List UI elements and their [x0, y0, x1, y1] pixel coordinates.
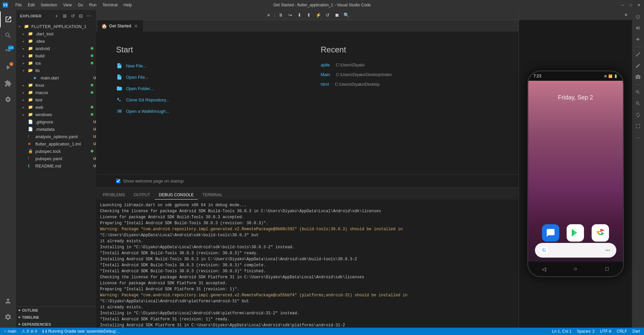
refresh-btn[interactable]: ↺ [69, 13, 76, 19]
tab-get-started[interactable]: 🏠 Get Started ✕ [97, 20, 143, 32]
restart-btn[interactable]: ↺ [324, 11, 332, 19]
volume-up-icon[interactable] [633, 23, 643, 33]
menu-help[interactable]: Help [121, 2, 135, 8]
tab-close-btn[interactable]: ✕ [133, 23, 139, 29]
dependencies-section[interactable]: ▸ DEPENDENCIES [16, 321, 96, 328]
new-folder-btn[interactable]: ⊞ [61, 13, 68, 19]
run-debug-activity-icon[interactable]: 1 [0, 59, 16, 75]
new-file-link[interactable]: New File... [116, 61, 294, 70]
tree-readme[interactable]: ℹ README.md U [16, 162, 96, 170]
tree-gitignore[interactable]: 📄 .gitignore U [16, 118, 96, 125]
more-options-btn[interactable]: ⋯ [85, 13, 92, 19]
back-btn[interactable]: ◁ [539, 264, 549, 274]
collapse-all-btn[interactable]: ⊟ [77, 13, 84, 19]
open-walkthrough-link[interactable]: Open a Walkthrough... [116, 106, 294, 116]
menu-edit[interactable]: Edit [25, 2, 37, 8]
rotate-icon[interactable] [633, 109, 643, 120]
tab-problems[interactable]: PROBLEMS [99, 191, 129, 200]
play-store-app-icon[interactable] [567, 224, 584, 242]
tab-output[interactable]: OUTPUT [130, 191, 154, 200]
more-options-icon[interactable]: ⋯ [633, 132, 643, 143]
tree-pubspec-lock[interactable]: 🔒 pubspec.lock [16, 147, 96, 155]
search-debug-btn[interactable]: 🔍 [342, 11, 350, 19]
menu-terminal[interactable]: Terminal [100, 2, 120, 8]
encoding-status[interactable]: UTF-8 [599, 328, 613, 335]
tree-item-label: flutter_application_1.iml [35, 141, 93, 146]
tree-lib[interactable]: ▾ 📂 lib [16, 67, 96, 74]
tab-terminal[interactable]: TERMINAL [198, 191, 227, 200]
source-control-activity-icon[interactable]: 126 [0, 43, 16, 59]
tree-ios[interactable]: ▸ 📁 ios [16, 59, 96, 67]
project-root[interactable]: ▾ 📁 FLUTTER_APPLICATION_1 [16, 23, 96, 30]
open-file-link[interactable]: Open File... [116, 72, 294, 82]
google-search-bar[interactable]: G [535, 243, 616, 258]
tab-debug-console[interactable]: DEBUG CONSOLE [155, 191, 198, 200]
menu-selection[interactable]: Selection [38, 2, 60, 8]
menu-go[interactable]: Go [75, 2, 86, 8]
volume-down-icon[interactable] [633, 34, 643, 45]
minimize-button[interactable]: ─ [620, 2, 625, 8]
recents-btn[interactable]: □ [602, 264, 612, 274]
eol-status[interactable]: CRLF [615, 328, 628, 335]
close-button[interactable]: ✕ [636, 2, 641, 8]
power-icon[interactable] [633, 11, 643, 22]
recent-main[interactable]: Main C:\Users\Diyako\Desktop\Index [321, 71, 499, 78]
square-frame-icon[interactable] [633, 121, 643, 131]
indentation-status[interactable]: Spaces: 2 [576, 328, 596, 335]
android-device: 7:23 ⚙ 📶 🔋 Friday, Sep 2 [527, 70, 624, 277]
step-out-btn[interactable]: ⚡ [314, 11, 322, 19]
tree-build[interactable]: ▸ 📁 build [16, 52, 96, 59]
stop-btn[interactable]: ⏹ [333, 11, 341, 19]
explorer-activity-icon[interactable] [0, 11, 16, 27]
errors-warnings-status[interactable]: ⚠ 0 ⊘ 0 [20, 328, 38, 335]
step-into-btn[interactable]: ⬆ [305, 11, 313, 19]
camera-icon[interactable] [633, 72, 643, 82]
menu-run[interactable]: Run [86, 2, 99, 8]
pen-icon[interactable] [633, 60, 643, 71]
language-status[interactable]: Dart [631, 328, 641, 335]
show-welcome-checkbox[interactable] [116, 179, 120, 183]
tree-test[interactable]: ▸ 📁 test [16, 96, 96, 103]
hamburger-btn[interactable]: ≡ [264, 11, 272, 19]
tree-macos[interactable]: ▸ 📁 macos [16, 89, 96, 96]
open-folder-link[interactable]: Open Folder... [116, 84, 294, 93]
recent-aplle[interactable]: aplle C:\Users\Diyako [321, 61, 499, 69]
tree-main-dart[interactable]: ◈ main.dart U [16, 74, 96, 81]
tree-android[interactable]: ▸ 📁 android [16, 45, 96, 52]
tree-idea[interactable]: ▸ 📁 .idea [16, 37, 96, 45]
new-file-btn[interactable]: + [53, 13, 60, 19]
search-activity-icon[interactable] [0, 27, 16, 43]
tree-dart-tool[interactable]: ▸ 📁 .dart_tool [16, 30, 96, 37]
testing-activity-icon[interactable] [0, 91, 16, 107]
menu-view[interactable]: View [60, 2, 74, 8]
zoom-in-icon[interactable] [633, 87, 643, 97]
tree-iml[interactable]: ■ flutter_application_1.iml U [16, 140, 96, 147]
tree-analysis-options[interactable]: ! analysis_options.yaml U [16, 133, 96, 140]
maximize-button[interactable]: □ [628, 2, 633, 8]
accounts-activity-icon[interactable] [0, 293, 16, 309]
pause-btn[interactable]: ⏸ [277, 11, 285, 19]
google-g-icon: G [540, 246, 548, 254]
recent-html[interactable]: html C:\Users\Diyako\Desktop [321, 80, 499, 88]
home-btn[interactable]: ○ [570, 264, 581, 274]
menu-file[interactable]: File [13, 2, 24, 8]
tree-pubspec-yaml[interactable]: ! pubspec.yaml U [16, 155, 96, 162]
paint-brush-icon[interactable] [633, 49, 643, 60]
extensions-activity-icon[interactable] [0, 75, 16, 91]
device-panel-close-btn[interactable]: ✕ [623, 12, 629, 18]
tree-web[interactable]: ▸ 📁 web [16, 103, 96, 111]
cursor-position-status[interactable]: Ln 1, Col 1 [551, 328, 573, 335]
timeline-section[interactable]: ▸ TIMELINE [16, 314, 96, 321]
git-branch-status[interactable]: ⑂ main [3, 328, 18, 335]
outline-section[interactable]: ▸ OUTLINE [16, 307, 96, 314]
tree-windows[interactable]: ▸ 📁 windows [16, 111, 96, 118]
step-over-btn[interactable]: ⬇ [295, 11, 303, 19]
chrome-app-icon[interactable] [592, 224, 609, 242]
zoom-out-icon[interactable] [633, 98, 643, 109]
tree-linux[interactable]: ▸ 📁 linux [16, 81, 96, 89]
tree-metadata[interactable]: 📄 .metadata U [16, 125, 96, 133]
settings-activity-icon[interactable] [0, 309, 16, 325]
hot-reload-btn[interactable]: ↪ [286, 11, 294, 19]
messages-app-icon[interactable] [542, 224, 559, 242]
clone-git-link[interactable]: Clone Git Repository... [116, 95, 294, 104]
